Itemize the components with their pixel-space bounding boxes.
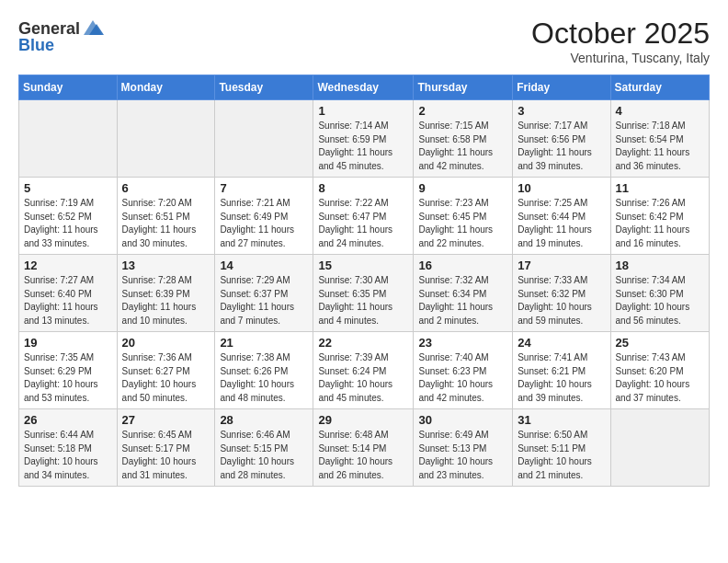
day-info: Sunrise: 7:14 AMSunset: 6:59 PMDaylight:… (318, 120, 408, 173)
day-info: Sunrise: 7:32 AMSunset: 6:34 PMDaylight:… (418, 274, 507, 327)
day-number: 23 (418, 336, 507, 350)
day-cell: 31Sunrise: 6:50 AMSunset: 5:11 PMDayligh… (513, 409, 610, 487)
weekday-header-sunday: Sunday (19, 75, 118, 100)
day-number: 1 (318, 104, 408, 118)
weekday-header-friday: Friday (513, 75, 610, 100)
day-number: 31 (518, 413, 605, 427)
week-row-2: 5Sunrise: 7:19 AMSunset: 6:52 PMDaylight… (19, 178, 710, 255)
day-info: Sunrise: 7:28 AMSunset: 6:39 PMDaylight:… (122, 274, 210, 327)
day-info: Sunrise: 6:50 AMSunset: 5:11 PMDaylight:… (518, 429, 605, 482)
day-number: 22 (318, 336, 408, 350)
day-cell: 26Sunrise: 6:44 AMSunset: 5:18 PMDayligh… (19, 409, 118, 487)
day-number: 16 (418, 259, 507, 272)
day-cell: 24Sunrise: 7:41 AMSunset: 6:21 PMDayligh… (513, 332, 610, 409)
day-number: 2 (418, 104, 507, 118)
day-cell: 16Sunrise: 7:32 AMSunset: 6:34 PMDayligh… (414, 255, 513, 332)
day-number: 20 (122, 336, 210, 350)
weekday-header-monday: Monday (117, 75, 215, 100)
day-number: 14 (220, 259, 308, 272)
day-info: Sunrise: 7:41 AMSunset: 6:21 PMDaylight:… (518, 351, 605, 405)
day-info: Sunrise: 7:15 AMSunset: 6:58 PMDaylight:… (418, 120, 507, 173)
day-number: 12 (24, 259, 112, 272)
day-info: Sunrise: 6:45 AMSunset: 5:17 PMDaylight:… (122, 429, 210, 482)
day-number: 19 (24, 336, 112, 350)
day-cell: 4Sunrise: 7:18 AMSunset: 6:54 PMDaylight… (610, 100, 709, 178)
day-cell: 17Sunrise: 7:33 AMSunset: 6:32 PMDayligh… (513, 255, 610, 332)
day-cell: 5Sunrise: 7:19 AMSunset: 6:52 PMDaylight… (19, 178, 118, 255)
day-info: Sunrise: 6:48 AMSunset: 5:14 PMDaylight:… (318, 429, 408, 482)
day-cell: 6Sunrise: 7:20 AMSunset: 6:51 PMDaylight… (117, 178, 215, 255)
day-info: Sunrise: 7:17 AMSunset: 6:56 PMDaylight:… (518, 120, 605, 173)
day-number: 7 (220, 181, 308, 195)
day-cell: 27Sunrise: 6:45 AMSunset: 5:17 PMDayligh… (117, 409, 215, 487)
day-number: 4 (616, 104, 704, 118)
day-info: Sunrise: 7:40 AMSunset: 6:23 PMDaylight:… (418, 351, 507, 405)
day-info: Sunrise: 7:43 AMSunset: 6:20 PMDaylight:… (616, 351, 704, 405)
day-cell: 30Sunrise: 6:49 AMSunset: 5:13 PMDayligh… (414, 409, 513, 487)
logo-icon (82, 17, 104, 39)
day-cell: 10Sunrise: 7:25 AMSunset: 6:44 PMDayligh… (513, 178, 610, 255)
day-number: 15 (318, 259, 408, 272)
day-cell: 25Sunrise: 7:43 AMSunset: 6:20 PMDayligh… (610, 332, 709, 409)
day-cell: 8Sunrise: 7:22 AMSunset: 6:47 PMDaylight… (313, 178, 414, 255)
day-number: 6 (122, 181, 210, 195)
day-cell: 28Sunrise: 6:46 AMSunset: 5:15 PMDayligh… (215, 409, 313, 487)
day-number: 8 (318, 181, 408, 195)
day-number: 27 (122, 413, 210, 427)
day-cell: 2Sunrise: 7:15 AMSunset: 6:58 PMDaylight… (414, 100, 513, 178)
day-info: Sunrise: 7:36 AMSunset: 6:27 PMDaylight:… (122, 351, 210, 405)
header: General Blue October 2025 Venturina, Tus… (18, 17, 710, 65)
day-cell: 19Sunrise: 7:35 AMSunset: 6:29 PMDayligh… (19, 332, 118, 409)
logo-blue-text: Blue (18, 37, 54, 53)
day-cell (19, 100, 118, 178)
weekday-header-row: SundayMondayTuesdayWednesdayThursdayFrid… (19, 75, 710, 100)
weekday-header-thursday: Thursday (414, 75, 513, 100)
day-cell (610, 409, 709, 487)
day-number: 18 (616, 259, 704, 272)
day-cell: 13Sunrise: 7:28 AMSunset: 6:39 PMDayligh… (117, 255, 215, 332)
day-number: 28 (220, 413, 308, 427)
day-number: 17 (518, 259, 605, 272)
day-info: Sunrise: 7:38 AMSunset: 6:26 PMDaylight:… (220, 351, 308, 405)
logo-general-text: General (18, 20, 80, 37)
day-number: 13 (122, 259, 210, 272)
day-number: 5 (24, 181, 112, 195)
calendar-title: October 2025 (531, 17, 710, 51)
day-cell: 18Sunrise: 7:34 AMSunset: 6:30 PMDayligh… (610, 255, 709, 332)
day-info: Sunrise: 7:33 AMSunset: 6:32 PMDaylight:… (518, 274, 605, 327)
day-cell: 9Sunrise: 7:23 AMSunset: 6:45 PMDaylight… (414, 178, 513, 255)
day-number: 24 (518, 336, 605, 350)
title-block: October 2025 Venturina, Tuscany, Italy (531, 17, 710, 65)
day-info: Sunrise: 7:26 AMSunset: 6:42 PMDaylight:… (616, 197, 704, 250)
day-info: Sunrise: 7:30 AMSunset: 6:35 PMDaylight:… (318, 274, 408, 327)
day-number: 3 (518, 104, 605, 118)
day-number: 29 (318, 413, 408, 427)
weekday-header-saturday: Saturday (610, 75, 709, 100)
day-cell: 11Sunrise: 7:26 AMSunset: 6:42 PMDayligh… (610, 178, 709, 255)
weekday-header-wednesday: Wednesday (313, 75, 414, 100)
day-cell: 7Sunrise: 7:21 AMSunset: 6:49 PMDaylight… (215, 178, 313, 255)
calendar-subtitle: Venturina, Tuscany, Italy (531, 51, 710, 65)
day-cell: 22Sunrise: 7:39 AMSunset: 6:24 PMDayligh… (313, 332, 414, 409)
week-row-1: 1Sunrise: 7:14 AMSunset: 6:59 PMDaylight… (19, 100, 710, 178)
day-info: Sunrise: 7:39 AMSunset: 6:24 PMDaylight:… (318, 351, 408, 405)
day-info: Sunrise: 7:19 AMSunset: 6:52 PMDaylight:… (24, 197, 112, 250)
week-row-4: 19Sunrise: 7:35 AMSunset: 6:29 PMDayligh… (19, 332, 710, 409)
day-number: 26 (24, 413, 112, 427)
day-info: Sunrise: 7:22 AMSunset: 6:47 PMDaylight:… (318, 197, 408, 250)
day-info: Sunrise: 6:46 AMSunset: 5:15 PMDaylight:… (220, 429, 308, 482)
day-info: Sunrise: 6:44 AMSunset: 5:18 PMDaylight:… (24, 429, 112, 482)
weekday-header-tuesday: Tuesday (215, 75, 313, 100)
week-row-3: 12Sunrise: 7:27 AMSunset: 6:40 PMDayligh… (19, 255, 710, 332)
day-info: Sunrise: 7:27 AMSunset: 6:40 PMDaylight:… (24, 274, 112, 327)
day-cell: 3Sunrise: 7:17 AMSunset: 6:56 PMDaylight… (513, 100, 610, 178)
day-cell: 23Sunrise: 7:40 AMSunset: 6:23 PMDayligh… (414, 332, 513, 409)
day-cell: 14Sunrise: 7:29 AMSunset: 6:37 PMDayligh… (215, 255, 313, 332)
day-cell: 21Sunrise: 7:38 AMSunset: 6:26 PMDayligh… (215, 332, 313, 409)
day-cell (117, 100, 215, 178)
day-info: Sunrise: 6:49 AMSunset: 5:13 PMDaylight:… (418, 429, 507, 482)
day-info: Sunrise: 7:29 AMSunset: 6:37 PMDaylight:… (220, 274, 308, 327)
day-cell: 29Sunrise: 6:48 AMSunset: 5:14 PMDayligh… (313, 409, 414, 487)
day-cell (215, 100, 313, 178)
day-cell: 12Sunrise: 7:27 AMSunset: 6:40 PMDayligh… (19, 255, 118, 332)
